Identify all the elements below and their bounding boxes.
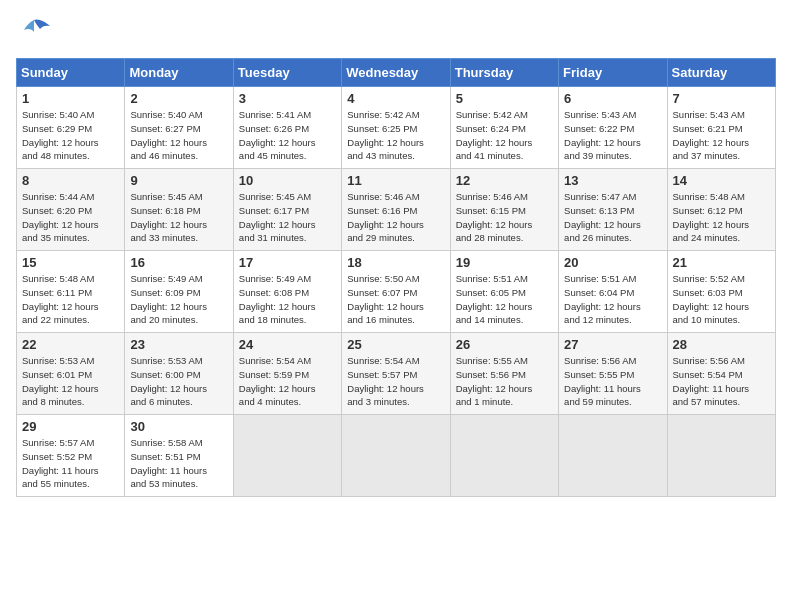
day-number: 30 bbox=[130, 419, 227, 434]
day-number: 22 bbox=[22, 337, 119, 352]
page-header bbox=[16, 16, 776, 48]
day-number: 26 bbox=[456, 337, 553, 352]
weekday-header: Monday bbox=[125, 59, 233, 87]
day-number: 14 bbox=[673, 173, 770, 188]
calendar-row: 1Sunrise: 5:40 AMSunset: 6:29 PMDaylight… bbox=[17, 87, 776, 169]
day-detail: Sunrise: 5:44 AMSunset: 6:20 PMDaylight:… bbox=[22, 190, 119, 245]
calendar-cell: 9Sunrise: 5:45 AMSunset: 6:18 PMDaylight… bbox=[125, 169, 233, 251]
day-number: 7 bbox=[673, 91, 770, 106]
day-number: 27 bbox=[564, 337, 661, 352]
calendar-cell: 15Sunrise: 5:48 AMSunset: 6:11 PMDayligh… bbox=[17, 251, 125, 333]
weekday-header: Tuesday bbox=[233, 59, 341, 87]
day-detail: Sunrise: 5:43 AMSunset: 6:21 PMDaylight:… bbox=[673, 108, 770, 163]
calendar-cell bbox=[450, 415, 558, 497]
calendar-cell: 6Sunrise: 5:43 AMSunset: 6:22 PMDaylight… bbox=[559, 87, 667, 169]
calendar-cell: 18Sunrise: 5:50 AMSunset: 6:07 PMDayligh… bbox=[342, 251, 450, 333]
day-detail: Sunrise: 5:48 AMSunset: 6:11 PMDaylight:… bbox=[22, 272, 119, 327]
calendar-cell: 21Sunrise: 5:52 AMSunset: 6:03 PMDayligh… bbox=[667, 251, 775, 333]
calendar-cell: 29Sunrise: 5:57 AMSunset: 5:52 PMDayligh… bbox=[17, 415, 125, 497]
day-detail: Sunrise: 5:54 AMSunset: 5:59 PMDaylight:… bbox=[239, 354, 336, 409]
day-detail: Sunrise: 5:54 AMSunset: 5:57 PMDaylight:… bbox=[347, 354, 444, 409]
day-number: 25 bbox=[347, 337, 444, 352]
weekday-header: Sunday bbox=[17, 59, 125, 87]
weekday-header-row: SundayMondayTuesdayWednesdayThursdayFrid… bbox=[17, 59, 776, 87]
day-number: 10 bbox=[239, 173, 336, 188]
day-number: 8 bbox=[22, 173, 119, 188]
calendar-cell: 22Sunrise: 5:53 AMSunset: 6:01 PMDayligh… bbox=[17, 333, 125, 415]
day-detail: Sunrise: 5:53 AMSunset: 6:01 PMDaylight:… bbox=[22, 354, 119, 409]
calendar-cell: 24Sunrise: 5:54 AMSunset: 5:59 PMDayligh… bbox=[233, 333, 341, 415]
day-number: 2 bbox=[130, 91, 227, 106]
day-number: 3 bbox=[239, 91, 336, 106]
day-number: 13 bbox=[564, 173, 661, 188]
calendar-cell bbox=[342, 415, 450, 497]
day-detail: Sunrise: 5:41 AMSunset: 6:26 PMDaylight:… bbox=[239, 108, 336, 163]
calendar-cell: 5Sunrise: 5:42 AMSunset: 6:24 PMDaylight… bbox=[450, 87, 558, 169]
day-number: 24 bbox=[239, 337, 336, 352]
calendar-row: 29Sunrise: 5:57 AMSunset: 5:52 PMDayligh… bbox=[17, 415, 776, 497]
calendar-cell: 25Sunrise: 5:54 AMSunset: 5:57 PMDayligh… bbox=[342, 333, 450, 415]
day-detail: Sunrise: 5:57 AMSunset: 5:52 PMDaylight:… bbox=[22, 436, 119, 491]
day-number: 23 bbox=[130, 337, 227, 352]
day-number: 28 bbox=[673, 337, 770, 352]
day-detail: Sunrise: 5:42 AMSunset: 6:24 PMDaylight:… bbox=[456, 108, 553, 163]
logo bbox=[16, 16, 56, 48]
day-detail: Sunrise: 5:45 AMSunset: 6:17 PMDaylight:… bbox=[239, 190, 336, 245]
day-detail: Sunrise: 5:55 AMSunset: 5:56 PMDaylight:… bbox=[456, 354, 553, 409]
day-detail: Sunrise: 5:51 AMSunset: 6:04 PMDaylight:… bbox=[564, 272, 661, 327]
day-detail: Sunrise: 5:58 AMSunset: 5:51 PMDaylight:… bbox=[130, 436, 227, 491]
calendar-cell: 1Sunrise: 5:40 AMSunset: 6:29 PMDaylight… bbox=[17, 87, 125, 169]
calendar-cell: 12Sunrise: 5:46 AMSunset: 6:15 PMDayligh… bbox=[450, 169, 558, 251]
calendar-cell bbox=[233, 415, 341, 497]
calendar-cell: 28Sunrise: 5:56 AMSunset: 5:54 PMDayligh… bbox=[667, 333, 775, 415]
day-number: 15 bbox=[22, 255, 119, 270]
calendar-cell: 10Sunrise: 5:45 AMSunset: 6:17 PMDayligh… bbox=[233, 169, 341, 251]
calendar-cell: 11Sunrise: 5:46 AMSunset: 6:16 PMDayligh… bbox=[342, 169, 450, 251]
calendar-cell: 14Sunrise: 5:48 AMSunset: 6:12 PMDayligh… bbox=[667, 169, 775, 251]
day-number: 6 bbox=[564, 91, 661, 106]
day-detail: Sunrise: 5:51 AMSunset: 6:05 PMDaylight:… bbox=[456, 272, 553, 327]
day-number: 20 bbox=[564, 255, 661, 270]
day-detail: Sunrise: 5:49 AMSunset: 6:09 PMDaylight:… bbox=[130, 272, 227, 327]
logo-icon bbox=[16, 16, 52, 48]
day-detail: Sunrise: 5:40 AMSunset: 6:27 PMDaylight:… bbox=[130, 108, 227, 163]
day-number: 16 bbox=[130, 255, 227, 270]
calendar-cell: 26Sunrise: 5:55 AMSunset: 5:56 PMDayligh… bbox=[450, 333, 558, 415]
day-number: 19 bbox=[456, 255, 553, 270]
calendar-cell: 17Sunrise: 5:49 AMSunset: 6:08 PMDayligh… bbox=[233, 251, 341, 333]
weekday-header: Friday bbox=[559, 59, 667, 87]
day-detail: Sunrise: 5:50 AMSunset: 6:07 PMDaylight:… bbox=[347, 272, 444, 327]
calendar-cell: 4Sunrise: 5:42 AMSunset: 6:25 PMDaylight… bbox=[342, 87, 450, 169]
calendar-cell bbox=[559, 415, 667, 497]
calendar-cell bbox=[667, 415, 775, 497]
day-number: 18 bbox=[347, 255, 444, 270]
day-number: 1 bbox=[22, 91, 119, 106]
calendar-cell: 13Sunrise: 5:47 AMSunset: 6:13 PMDayligh… bbox=[559, 169, 667, 251]
calendar-table: SundayMondayTuesdayWednesdayThursdayFrid… bbox=[16, 58, 776, 497]
day-detail: Sunrise: 5:52 AMSunset: 6:03 PMDaylight:… bbox=[673, 272, 770, 327]
day-detail: Sunrise: 5:56 AMSunset: 5:54 PMDaylight:… bbox=[673, 354, 770, 409]
day-detail: Sunrise: 5:48 AMSunset: 6:12 PMDaylight:… bbox=[673, 190, 770, 245]
day-number: 17 bbox=[239, 255, 336, 270]
day-number: 4 bbox=[347, 91, 444, 106]
day-detail: Sunrise: 5:46 AMSunset: 6:16 PMDaylight:… bbox=[347, 190, 444, 245]
calendar-cell: 23Sunrise: 5:53 AMSunset: 6:00 PMDayligh… bbox=[125, 333, 233, 415]
day-detail: Sunrise: 5:47 AMSunset: 6:13 PMDaylight:… bbox=[564, 190, 661, 245]
day-detail: Sunrise: 5:45 AMSunset: 6:18 PMDaylight:… bbox=[130, 190, 227, 245]
calendar-cell: 20Sunrise: 5:51 AMSunset: 6:04 PMDayligh… bbox=[559, 251, 667, 333]
calendar-row: 8Sunrise: 5:44 AMSunset: 6:20 PMDaylight… bbox=[17, 169, 776, 251]
day-detail: Sunrise: 5:49 AMSunset: 6:08 PMDaylight:… bbox=[239, 272, 336, 327]
weekday-header: Saturday bbox=[667, 59, 775, 87]
day-detail: Sunrise: 5:42 AMSunset: 6:25 PMDaylight:… bbox=[347, 108, 444, 163]
calendar-cell: 16Sunrise: 5:49 AMSunset: 6:09 PMDayligh… bbox=[125, 251, 233, 333]
day-detail: Sunrise: 5:46 AMSunset: 6:15 PMDaylight:… bbox=[456, 190, 553, 245]
day-number: 11 bbox=[347, 173, 444, 188]
day-number: 5 bbox=[456, 91, 553, 106]
calendar-cell: 2Sunrise: 5:40 AMSunset: 6:27 PMDaylight… bbox=[125, 87, 233, 169]
calendar-cell: 27Sunrise: 5:56 AMSunset: 5:55 PMDayligh… bbox=[559, 333, 667, 415]
day-number: 29 bbox=[22, 419, 119, 434]
calendar-cell: 30Sunrise: 5:58 AMSunset: 5:51 PMDayligh… bbox=[125, 415, 233, 497]
day-number: 21 bbox=[673, 255, 770, 270]
calendar-row: 15Sunrise: 5:48 AMSunset: 6:11 PMDayligh… bbox=[17, 251, 776, 333]
calendar-cell: 3Sunrise: 5:41 AMSunset: 6:26 PMDaylight… bbox=[233, 87, 341, 169]
